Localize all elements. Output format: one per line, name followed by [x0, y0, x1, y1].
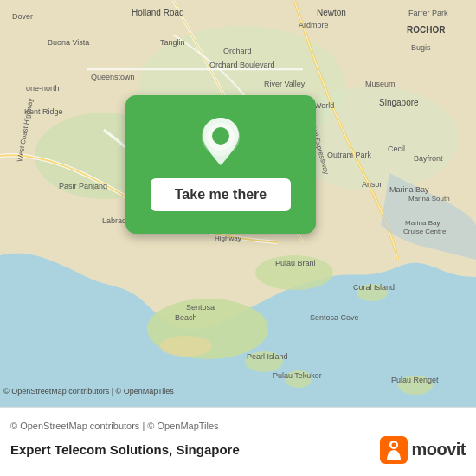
svg-text:Pulau Renget: Pulau Renget [391, 376, 439, 384]
location-name: Expert Telecom Solutions, Singapore [10, 442, 240, 457]
svg-text:Buona Vista: Buona Vista [48, 38, 89, 47]
svg-text:Museum: Museum [365, 80, 396, 88]
moovit-brand-text: moovit [411, 440, 466, 460]
svg-point-57 [392, 442, 396, 447]
svg-text:Pearl Island: Pearl Island [247, 352, 288, 361]
svg-text:Newton: Newton [317, 8, 346, 17]
svg-text:Sentosa: Sentosa [186, 303, 215, 312]
bottom-info-row: Expert Telecom Solutions, Singapore moov… [10, 436, 466, 464]
svg-text:© OpenStreetMap contributors |: © OpenStreetMap contributors | © OpenMap… [3, 387, 174, 396]
svg-text:Anson: Anson [362, 180, 384, 189]
svg-text:ROCHOR: ROCHOR [407, 25, 446, 35]
svg-text:Cecil: Cecil [388, 145, 405, 153]
svg-text:Pasir Panjang: Pasir Panjang [59, 182, 107, 190]
svg-text:Pulau Tekukor: Pulau Tekukor [273, 371, 322, 380]
svg-point-5 [160, 336, 212, 357]
attribution-text: © OpenStreetMap contributors | © OpenMap… [10, 421, 466, 431]
moovit-brand-icon [380, 436, 408, 464]
svg-text:River Valley: River Valley [264, 80, 306, 88]
svg-text:Queenstown: Queenstown [91, 73, 135, 81]
svg-text:Bayfront: Bayfront [414, 154, 443, 163]
svg-text:Marina South: Marina South [408, 195, 450, 203]
svg-text:Ardmore: Ardmore [299, 21, 329, 29]
svg-text:Outram Park: Outram Park [327, 151, 372, 159]
svg-text:Orchard: Orchard [223, 47, 252, 55]
svg-text:Sentosa Cove: Sentosa Cove [310, 313, 359, 322]
svg-text:Marina Bay: Marina Bay [389, 185, 429, 194]
map-container: Holland Road Newton Dover Buona Vista Qu… [0, 0, 476, 407]
svg-text:Cruise Centre: Cruise Centre [403, 228, 447, 235]
location-pin-icon [199, 118, 242, 170]
bottom-bar: © OpenStreetMap contributors | © OpenMap… [0, 407, 476, 476]
svg-point-54 [212, 127, 229, 145]
svg-text:Highway: Highway [215, 235, 241, 242]
moovit-logo: moovit [380, 436, 466, 464]
svg-text:Singapore: Singapore [379, 98, 419, 107]
take-me-there-button[interactable]: Take me there [151, 178, 291, 211]
svg-text:one-north: one-north [26, 84, 60, 93]
svg-text:Beach: Beach [175, 313, 197, 322]
svg-text:Tanglin: Tanglin [160, 38, 185, 47]
location-card: Take me there [125, 95, 316, 234]
svg-text:Orchard Boulevard: Orchard Boulevard [209, 61, 275, 69]
svg-text:Pulau Brani: Pulau Brani [275, 259, 316, 267]
svg-text:Dover: Dover [12, 12, 33, 21]
svg-text:Farrer Park: Farrer Park [408, 9, 448, 17]
svg-text:Coral Island: Coral Island [353, 283, 395, 292]
svg-text:Marina Bay: Marina Bay [405, 219, 440, 227]
svg-text:Bugis: Bugis [411, 43, 431, 52]
svg-text:Holland Road: Holland Road [132, 8, 184, 17]
